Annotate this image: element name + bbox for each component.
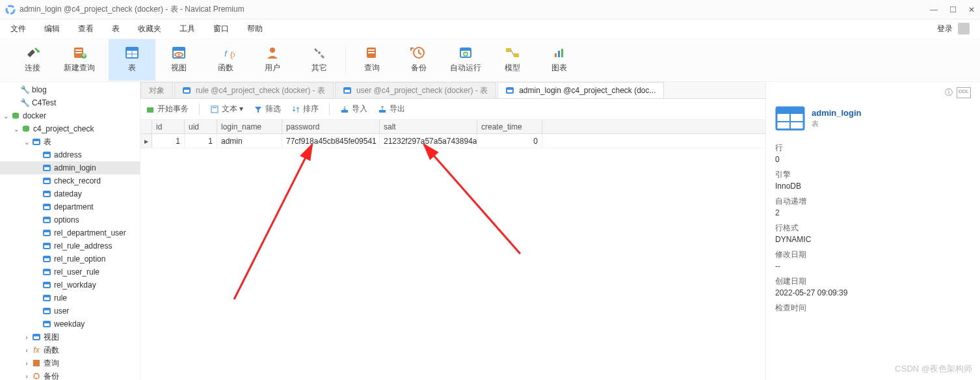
close-icon[interactable]: ✕ [968,5,975,14]
grid-header: id uid login_name password salt create_t… [140,120,765,134]
svg-rect-35 [33,360,40,366]
tree-connection[interactable]: 🔧blog [0,83,140,96]
begin-transaction-button[interactable]: 开始事务 [146,103,189,115]
collapse-icon[interactable]: ⌄ [1,113,10,120]
table-row[interactable]: ▸ 1 1 admin 77cf918a45cb845fe09541 21232… [140,134,765,148]
tree-table-item[interactable]: check_record [0,174,140,187]
tool-connect[interactable]: 连接 [9,39,56,81]
tool-query[interactable]: 查询 [349,39,395,81]
table-icon [42,319,52,329]
svg-rect-41 [379,110,386,113]
filter-button[interactable]: 筛选 [254,103,281,115]
export-button[interactable]: 导出 [378,103,405,115]
sort-button[interactable]: 排序 [291,103,319,115]
tree-table-item[interactable]: rule [0,292,140,305]
tool-newquery[interactable]: + 新建查询 [56,39,103,81]
col-salt[interactable]: salt [380,120,477,133]
table-name-label: rel_department_user [54,228,126,238]
col-create-time[interactable]: create_time [477,120,542,133]
tree-tables-folder[interactable]: ⌄表 [0,135,140,148]
tool-backup[interactable]: 备份 [395,39,442,81]
tree-views[interactable]: ›视图 [0,331,140,344]
table-name-label: address [54,150,82,159]
import-button[interactable]: 导入 [340,103,367,115]
tree-connection-docker[interactable]: ⌄docker [0,109,140,122]
ddl-icon[interactable]: DDL [957,87,971,98]
tree-table-item[interactable]: rel_workday [0,278,140,292]
cell-uid[interactable]: 1 [185,134,217,148]
field-label: 引擎 [775,169,971,180]
menu-window[interactable]: 窗口 [213,23,229,34]
tree-table-item[interactable]: options [0,213,140,226]
menu-help[interactable]: 帮助 [247,23,263,34]
col-login-name[interactable]: login_name [217,120,282,133]
cell-password[interactable]: 77cf918a45cb845fe09541 [282,134,380,148]
tree-backup[interactable]: ›备份 [0,370,140,380]
cell-login-name[interactable]: admin [217,134,282,148]
tab-rule[interactable]: rule @c4_project_check (docker) - 表 [174,82,334,98]
tab-admin-login[interactable]: admin_login @c4_project_check (doc... [497,82,664,98]
cell-salt[interactable]: 21232f297a57a5a743894a [380,134,477,148]
tab-user[interactable]: user @c4_project_check (docker) - 表 [335,82,496,98]
col-id[interactable]: id [152,120,185,133]
menu-view[interactable]: 查看 [78,23,94,34]
cell-id[interactable]: 1 [152,134,185,148]
col-uid[interactable]: uid [185,120,217,133]
tool-table[interactable]: 表 [109,39,155,81]
table-icon [42,176,52,185]
tool-function[interactable]: f(x) 函数 [202,39,249,81]
toolbar-separator [345,45,346,75]
tree-table-item[interactable]: dateday [0,187,140,200]
tree-table-item[interactable]: rel_rule_option [0,252,140,265]
menu-favorites[interactable]: 收藏夹 [138,23,161,34]
expand-icon[interactable]: › [22,347,31,354]
tree-table-item[interactable]: rel_rule_address [0,239,140,252]
tree-table-item[interactable]: rel_department_user [0,226,140,239]
table-icon [123,46,141,60]
table-name-label: rel_rule_option [54,254,105,264]
menu-file[interactable]: 文件 [10,23,26,34]
svg-rect-27 [506,48,511,52]
col-password[interactable]: password [282,120,380,133]
fx-icon: f(x) [217,46,235,60]
svg-rect-37 [147,107,153,113]
maximize-icon[interactable]: ☐ [949,5,957,14]
tool-user[interactable]: 用户 [249,39,296,81]
cell-create-time[interactable]: 0 [477,134,542,148]
table-name-label: rel_rule_address [54,241,112,251]
tool-model[interactable]: 模型 [489,39,536,81]
wrench-icon [310,46,328,60]
tree-table-item[interactable]: weekday [0,318,140,331]
table-tab-icon [183,87,192,94]
tree-table-item[interactable]: department [0,200,140,213]
svg-point-1 [37,50,40,53]
text-mode-button[interactable]: 文本 ▾ [210,103,243,115]
avatar-icon[interactable] [958,23,970,34]
expand-icon[interactable]: › [22,360,31,367]
tree-table-item[interactable]: rel_user_rule [0,265,140,278]
tree-functions[interactable]: ›fx函数 [0,344,140,357]
tool-autorun[interactable]: 自动运行 [442,39,489,81]
tree-queries[interactable]: ›查询 [0,357,140,370]
tab-objects[interactable]: 对象 [140,82,173,98]
minimize-icon[interactable]: — [930,5,938,14]
tree-table-item[interactable]: user [0,305,140,318]
tool-other[interactable]: 其它 [296,39,343,81]
menu-table[interactable]: 表 [112,23,120,34]
tool-chart[interactable]: 图表 [536,39,583,81]
login-link[interactable]: 登录 [937,23,953,34]
expand-icon[interactable]: › [22,334,31,341]
collapse-icon[interactable]: ⌄ [12,126,21,133]
expand-icon[interactable]: › [22,373,31,380]
tree-connection[interactable]: 🔧C4Test [0,96,140,109]
svg-line-29 [511,50,514,55]
tree-table-item[interactable]: admin_login [0,161,140,174]
collapse-icon[interactable]: ⌄ [22,139,31,146]
menu-tools[interactable]: 工具 [179,23,195,34]
tree-database[interactable]: ⌄c4_project_check [0,122,140,135]
tool-view[interactable]: 视图 [155,39,202,81]
menu-edit[interactable]: 编辑 [44,23,60,34]
chart-icon [550,46,568,60]
info-icon[interactable]: ⓘ [945,87,953,98]
tree-table-item[interactable]: address [0,148,140,161]
